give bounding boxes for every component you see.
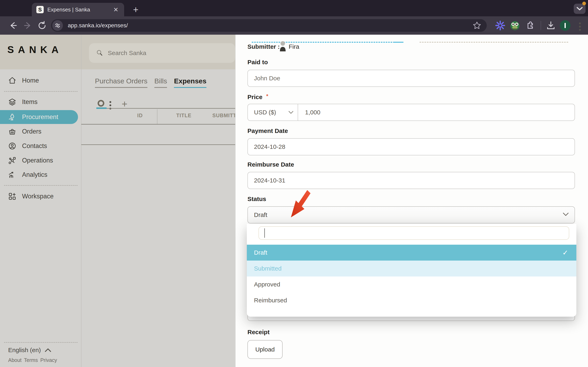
search-icon bbox=[96, 49, 103, 57]
footer-links: About Terms Privacy bbox=[8, 357, 57, 363]
profile-initial bbox=[564, 23, 566, 28]
sidebar-item-home[interactable]: Home bbox=[8, 74, 39, 87]
status-dropdown: Draft ✓ Submitted Approved Reimbursed bbox=[247, 224, 576, 317]
operations-icon bbox=[8, 156, 16, 165]
payment-date-input[interactable]: 2024-10-28 bbox=[247, 138, 575, 155]
sidebar-item-analytics[interactable]: Analytics bbox=[8, 168, 47, 182]
home-icon bbox=[8, 76, 16, 85]
price-label: Price * bbox=[247, 93, 268, 100]
status-filter-input[interactable] bbox=[259, 226, 569, 240]
global-search-input[interactable]: Search Sanka bbox=[89, 43, 235, 63]
chevron-down-icon bbox=[563, 212, 569, 216]
sidebar-separator bbox=[4, 185, 78, 186]
chevron-down-icon bbox=[288, 111, 294, 114]
sidebar-footer-separator bbox=[4, 342, 78, 343]
table-top-border bbox=[107, 108, 236, 109]
tab-title: Expenses | Sanka bbox=[47, 7, 112, 13]
browser-menu-icon[interactable] bbox=[579, 21, 581, 32]
view-circle-icon[interactable] bbox=[98, 100, 104, 107]
check-icon: ✓ bbox=[562, 249, 568, 257]
search-placeholder: Search Sanka bbox=[108, 50, 146, 57]
chevron-up-icon bbox=[44, 348, 52, 352]
sidebar-separator bbox=[4, 91, 78, 92]
table-header-border bbox=[81, 124, 236, 125]
reload-icon[interactable] bbox=[37, 21, 47, 30]
submitter-name[interactable]: Fira bbox=[289, 43, 299, 50]
annotation-arrow bbox=[285, 190, 318, 223]
sidebar-item-contacts[interactable]: Contacts bbox=[8, 139, 47, 153]
forward-icon[interactable] bbox=[23, 21, 33, 30]
sanka-logo[interactable]: SANKA bbox=[7, 44, 63, 55]
module-tabs: Purchase Orders Bills Expenses bbox=[95, 77, 207, 88]
submitter-label: Submitter : bbox=[247, 43, 280, 50]
favicon: S bbox=[36, 6, 44, 13]
extension-frog-icon[interactable] bbox=[510, 21, 520, 31]
payment-date-label: Payment Date bbox=[247, 127, 288, 134]
price-input-group: USD ($) 1,000 bbox=[247, 104, 575, 121]
site-controls-icon[interactable] bbox=[52, 20, 63, 31]
new-tab-button[interactable]: + bbox=[130, 4, 142, 16]
tab-purchase-orders[interactable]: Purchase Orders bbox=[95, 77, 147, 88]
omnibox[interactable]: app.sanka.io/expenses/ bbox=[51, 19, 487, 32]
required-asterisk: * bbox=[266, 93, 268, 99]
status-option-approved[interactable]: Approved bbox=[247, 276, 576, 292]
secondary-dashed-underline bbox=[420, 42, 568, 43]
paid-to-input[interactable]: John Doe bbox=[247, 70, 575, 87]
browser-tab[interactable]: S Expenses | Sanka ✕ bbox=[32, 3, 124, 16]
downloads-icon[interactable] bbox=[546, 21, 556, 30]
column-header-title[interactable]: TITLE bbox=[157, 113, 211, 118]
sidebar-item-workspace[interactable]: Workspace bbox=[8, 190, 54, 203]
workspace-icon bbox=[8, 192, 16, 200]
toolbar-divider bbox=[541, 21, 541, 30]
language-selector[interactable]: English (en) bbox=[8, 347, 52, 354]
column-header-id[interactable]: ID bbox=[81, 113, 143, 118]
privacy-link[interactable]: Privacy bbox=[40, 357, 57, 363]
profile-avatar[interactable] bbox=[560, 20, 571, 31]
url-text[interactable]: app.sanka.io/expenses/ bbox=[68, 22, 472, 29]
currency-select[interactable]: USD ($) bbox=[248, 104, 298, 120]
sidebar-item-items[interactable]: Items bbox=[8, 95, 38, 109]
status-option-submitted[interactable]: Submitted bbox=[247, 261, 576, 276]
about-link[interactable]: About bbox=[8, 357, 21, 363]
sidebar-divider bbox=[81, 35, 81, 367]
tab-bills[interactable]: Bills bbox=[154, 77, 167, 88]
title-field-underline-end bbox=[394, 42, 403, 43]
sidebar-item-procurement[interactable]: Procurement bbox=[0, 110, 78, 124]
reimburse-date-input[interactable]: 2024-10-31 bbox=[247, 172, 575, 189]
text-cursor bbox=[264, 228, 265, 238]
title-field-underline bbox=[252, 42, 395, 43]
update-dot-badge bbox=[582, 2, 586, 5]
reimburse-date-label: Reimburse Date bbox=[247, 161, 294, 168]
upload-button[interactable]: Upload bbox=[247, 340, 283, 359]
terms-link[interactable]: Terms bbox=[24, 357, 38, 363]
back-icon[interactable] bbox=[8, 21, 18, 30]
receipt-label: Receipt bbox=[247, 329, 269, 336]
add-view-button[interactable]: + bbox=[122, 98, 127, 109]
layers-icon bbox=[8, 98, 16, 106]
procurement-icon bbox=[8, 113, 16, 121]
status-label: Status bbox=[247, 196, 266, 202]
view-options-icon[interactable] bbox=[109, 100, 111, 111]
tab-expenses[interactable]: Expenses bbox=[174, 77, 207, 88]
sidebar-item-operations[interactable]: Operations bbox=[8, 154, 53, 167]
table-row-border bbox=[81, 144, 236, 145]
extension-starburst-icon[interactable] bbox=[495, 20, 505, 31]
paid-to-label: Paid to bbox=[247, 59, 268, 66]
contact-icon bbox=[8, 142, 16, 150]
price-value[interactable]: 1,000 bbox=[305, 109, 320, 116]
sidebar-item-orders[interactable]: Orders bbox=[8, 125, 42, 138]
tab-close-icon[interactable]: ✕ bbox=[112, 6, 120, 13]
analytics-icon bbox=[8, 171, 16, 179]
status-option-reimbursed[interactable]: Reimbursed bbox=[247, 292, 576, 308]
extensions-puzzle-icon[interactable] bbox=[525, 21, 535, 30]
basket-icon bbox=[8, 127, 16, 136]
submitter-avatar-icon bbox=[279, 41, 287, 52]
chevron-down-icon bbox=[577, 7, 583, 11]
status-option-draft[interactable]: Draft ✓ bbox=[247, 245, 576, 261]
active-view-underline bbox=[96, 108, 107, 109]
bookmark-star-icon[interactable] bbox=[472, 21, 481, 30]
